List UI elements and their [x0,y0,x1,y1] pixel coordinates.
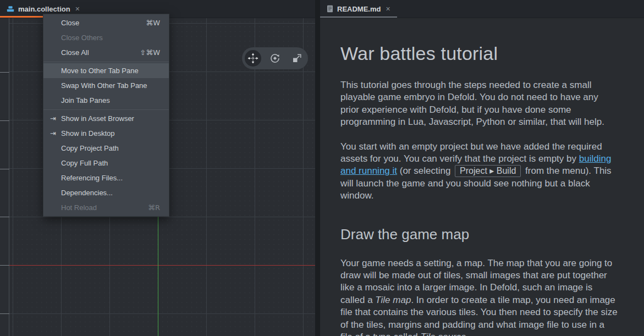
rotate-tool-button[interactable] [264,47,286,69]
menu-item-join-tab-panes[interactable]: Join Tab Panes [43,93,169,108]
show-in-arrow-icon: ⇥ [50,129,61,137]
menu-item-close-others: Close Others [43,30,169,45]
ruler-label: -100 [0,301,1,312]
menu-item-label: Join Tab Panes [61,96,160,104]
move-tool-button[interactable] [242,47,264,69]
transform-tool-pill [242,47,308,69]
menu-item-shortcut: ⇧⌘W [140,48,160,57]
menu-item-label: Swap With Other Tab Pane [61,81,160,90]
menu-item-label: Close All [61,48,140,57]
document-preview-pane: README.md × War battles tutorial This tu… [320,0,644,336]
ruler-tick [0,120,9,121]
menu-item-copy-full-path[interactable]: Copy Full Path [43,156,169,170]
menu-item-label: Hot Reload [61,203,148,212]
collection-icon [7,5,14,13]
tab-context-menu: Close⌘WClose OthersClose All⇧⌘WMove to O… [43,14,169,217]
right-tab-bar: README.md × [320,0,644,18]
ruler-label: 400 [0,61,1,70]
close-tab-icon[interactable]: × [75,4,80,13]
ruler-label: 300 [0,109,1,119]
paragraph: You start with an empty project but we h… [340,141,618,202]
ruler-tick [0,217,9,217]
gridline [206,18,207,336]
ruler-tick [0,313,9,314]
menu-item-label: Show in Asset Browser [61,114,160,123]
menu-item-label: Close Others [61,34,160,42]
text-run: You start with an empty project but we h… [340,141,602,164]
show-in-arrow-icon: ⇥ [50,114,61,123]
ruler-tick [0,169,9,169]
tab-title: main.collection [18,5,70,13]
menu-item-label: Move to Other Tab Pane [61,67,160,75]
emphasis-text: Tile map [375,295,411,305]
menu-item-copy-project-path[interactable]: Copy Project Path [43,141,169,156]
menu-item-show-in-desktop[interactable]: ⇥Show in Desktop [43,126,169,141]
ruler-label: 100 [0,206,1,215]
scale-tool-button[interactable] [286,47,308,69]
menu-item-close[interactable]: Close⌘W [43,15,169,30]
text-run: This tutorial goes through the steps nee… [340,80,604,127]
ruler-label: 200 [0,158,1,167]
menu-item-referencing-files[interactable]: Referencing Files... [43,170,169,185]
menu-item-label: Copy Project Path [61,144,160,152]
menu-item-label: Show in Desktop [61,129,160,137]
menu-item-label: Copy Full Path [61,159,160,167]
rotate-icon [269,53,280,64]
text-run: . [466,332,469,336]
menu-item-close-all[interactable]: Close All⇧⌘W [43,45,169,60]
document-icon [327,5,333,13]
x-axis-line [9,265,315,266]
menu-item-label: Referencing Files... [61,174,160,182]
menu-item-shortcut: ⌘R [148,203,160,212]
pane-splitter[interactable] [315,0,320,336]
menu-path-kbd: Project ▸ Build [455,165,521,177]
vertical-ruler: 4003002001000-100 [0,18,9,336]
document-title: War battles tutorial [340,43,618,64]
tab-readme[interactable]: README.md × [320,0,397,18]
menu-item-hot-reload: Hot Reload⌘R [43,200,169,215]
menu-item-label: Dependencies... [61,189,160,197]
ruler-label: 0 [0,260,1,263]
paragraph: Your game needs a setting, a map. The ma… [340,257,618,336]
markdown-preview: War battles tutorial This tutorial goes … [320,18,644,336]
close-tab-icon[interactable]: × [386,4,390,13]
text-run: (or selecting [397,166,453,176]
ruler-tick [0,72,9,73]
menu-item-label: Close [61,19,146,27]
menu-item-swap-with-other-tab-pane[interactable]: Swap With Other Tab Pane [43,78,169,93]
emphasis-text: Tile source [421,332,466,336]
menu-item-dependencies[interactable]: Dependencies... [43,185,169,200]
ruler-tick [0,265,9,266]
menu-item-move-to-other-tab-pane[interactable]: Move to Other Tab Pane [43,63,169,78]
paragraph: This tutorial goes through the steps nee… [340,79,618,129]
tab-title: README.md [337,5,381,13]
gridline [13,18,13,336]
section-heading: Draw the game map [340,226,618,243]
scale-icon [291,53,302,64]
move-icon [247,53,258,64]
menu-item-shortcut: ⌘W [146,19,160,27]
menu-item-show-in-asset-browser[interactable]: ⇥Show in Asset Browser [43,111,169,126]
